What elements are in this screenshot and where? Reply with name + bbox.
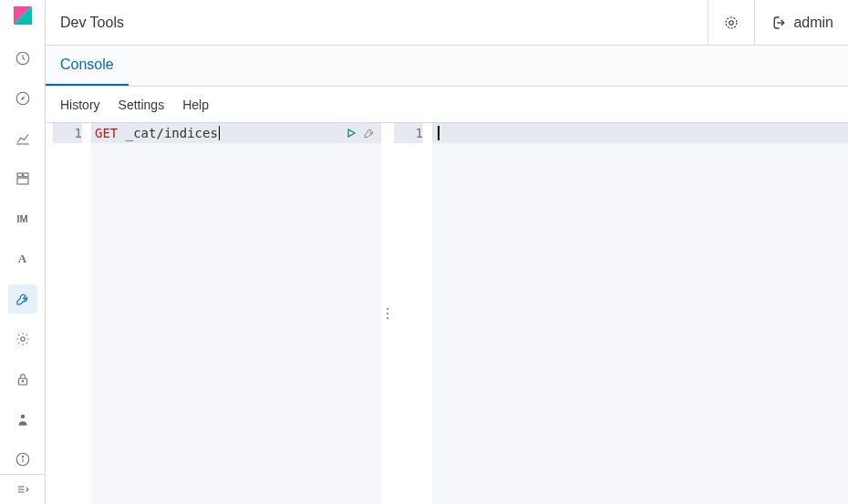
compass-icon	[15, 90, 31, 107]
line-number: 1	[394, 123, 423, 143]
pane-splitter[interactable]	[381, 123, 394, 504]
tabs: Console	[46, 46, 848, 87]
request-pane[interactable]: 1 GET _cat/indices	[53, 123, 381, 504]
header-user-label: admin	[793, 15, 833, 31]
svg-point-22	[387, 308, 388, 310]
tab-console[interactable]: Console	[46, 46, 129, 86]
user-icon	[15, 411, 31, 427]
sidebar-item-devtools[interactable]	[8, 284, 37, 314]
svg-point-14	[22, 456, 23, 457]
sidebar-collapse[interactable]	[8, 475, 37, 504]
request-path: _cat/indices	[126, 123, 218, 143]
console-toolbar: History Settings Help	[46, 87, 848, 123]
drag-handle-icon	[386, 307, 389, 320]
chart-icon	[15, 130, 31, 147]
wrench-small-icon[interactable]	[363, 127, 376, 139]
sidebar-item-visualize[interactable]	[8, 124, 37, 153]
line-number: 1	[53, 123, 82, 143]
svg-point-11	[20, 415, 25, 419]
logout-icon	[770, 15, 786, 31]
svg-point-18	[726, 17, 737, 28]
lock-icon	[15, 371, 31, 387]
info-icon	[15, 451, 31, 468]
sidebar-item-recent[interactable]	[8, 44, 37, 73]
toolbar-history[interactable]: History	[60, 98, 100, 112]
clock-icon	[15, 50, 31, 67]
kibana-logo[interactable]	[0, 0, 45, 31]
header: Dev Tools admin	[46, 0, 848, 46]
svg-point-8	[20, 337, 25, 342]
svg-marker-4	[20, 97, 25, 101]
sidebar-item-info[interactable]	[8, 445, 37, 474]
gear-icon	[15, 331, 31, 347]
sidebar-item-security[interactable]	[8, 365, 37, 394]
grid-icon	[15, 170, 31, 187]
svg-rect-6	[23, 173, 27, 177]
wrench-icon	[15, 291, 31, 307]
target-icon	[723, 15, 739, 31]
response-gutter: 1	[394, 123, 432, 504]
response-editor[interactable]	[432, 123, 848, 504]
sidebar-item-a[interactable]: A	[8, 244, 37, 273]
svg-point-10	[22, 381, 24, 383]
collapse-icon	[15, 481, 31, 498]
header-target-button[interactable]	[708, 0, 754, 45]
text-cursor	[219, 126, 220, 140]
request-gutter: 1	[53, 123, 91, 504]
response-pane[interactable]: 1	[394, 123, 848, 504]
sidebar-item-user[interactable]	[8, 405, 37, 434]
request-method: GET	[95, 123, 118, 143]
sidebar-item-dashboard[interactable]	[8, 164, 37, 193]
header-logout-button[interactable]: admin	[754, 0, 848, 45]
svg-point-24	[387, 317, 388, 319]
svg-rect-7	[17, 178, 28, 184]
sidebar: IM A	[0, 0, 46, 504]
svg-rect-5	[17, 173, 22, 177]
page-title: Dev Tools	[46, 15, 708, 31]
text-cursor	[438, 126, 440, 140]
toolbar-help[interactable]: Help	[182, 98, 209, 112]
sidebar-item-im[interactable]: IM	[8, 204, 37, 233]
svg-marker-21	[348, 129, 355, 137]
request-editor[interactable]: GET _cat/indices	[91, 123, 381, 504]
sidebar-item-management[interactable]	[8, 324, 37, 354]
svg-point-19	[729, 20, 734, 25]
toolbar-settings[interactable]: Settings	[119, 98, 165, 112]
svg-point-23	[387, 313, 388, 314]
play-icon[interactable]	[345, 127, 357, 139]
sidebar-item-discover[interactable]	[8, 84, 37, 113]
